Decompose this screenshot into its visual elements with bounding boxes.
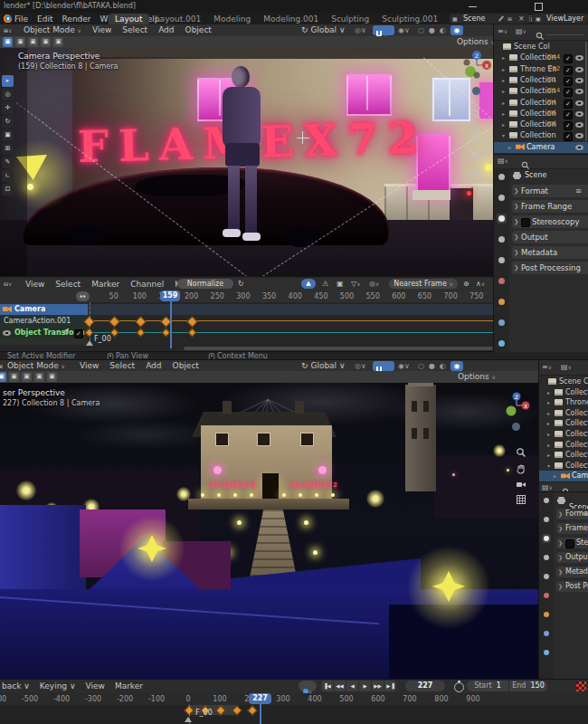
tool-select-box-icon[interactable]: ▸ [2,75,14,87]
outliner-row-collection-4[interactable]: ▸Collection 4 [539,418,588,429]
shading-rendered-icon[interactable]: ◉ [450,361,463,371]
outliner-label[interactable]: Camera [572,472,588,480]
navigation-gizmo[interactable]: ZX [503,392,530,423]
marker-label[interactable]: F_00 [195,709,213,717]
pivot-icon[interactable]: ◎∨ [355,26,366,34]
collection-checkbox[interactable]: ✓ [564,121,573,130]
play-button[interactable]: ▶ [359,681,371,691]
shading-solid-icon[interactable]: ● [429,26,435,34]
expand-range-icon[interactable]: ↔ [76,291,90,301]
section-checkbox[interactable] [521,218,530,227]
workspace-tab-sculpting[interactable]: Sculpting [325,14,375,24]
play-reverse-button[interactable]: ◀ [346,681,358,691]
outliner-label[interactable]: Camera [526,143,555,151]
select-mode-icon[interactable]: ▣ [9,372,19,382]
properties-tab-world-icon[interactable] [497,276,507,286]
expand-arrow-icon[interactable]: ▸ [502,88,505,94]
expand-arrow-icon[interactable]: ▾ [502,132,505,138]
mode-dropdown[interactable]: Object Mode ∨ [24,25,81,34]
properties1[interactable]: ▤∨ Scene ❯Format≡❯Frame Range❯Stereoscop… [493,154,588,352]
properties-tab-view-layer-icon[interactable] [542,553,551,562]
expand-arrow-icon[interactable]: ▸ [547,420,550,426]
display-mode-icon[interactable]: ≡∨ [498,27,507,35]
options-dropdown[interactable]: Options ∨ [458,372,496,381]
jump-to-end-button[interactable]: ▶▐ [384,681,396,691]
select-mode-icon[interactable]: ▣ [41,37,51,47]
expand-arrow-icon[interactable]: ▸ [547,442,550,448]
eye-icon[interactable] [575,122,583,128]
properties-section-output[interactable]: ❯Output [556,552,588,563]
workspace-tab-layout-001[interactable]: Layout.001 [149,14,208,24]
outliner-label[interactable]: Throne Emote [565,398,588,406]
properties-tab-physics-icon[interactable] [497,338,507,348]
editor-type-icon[interactable]: ⊞ [0,363,3,369]
outliner-row-collection-5[interactable]: ▸Collection 5▽4✓ [494,98,588,109]
tool-cursor-icon[interactable]: ◎ [2,89,14,100]
select-mode-icon[interactable]: ▣ [3,37,13,47]
properties-section-post-processing[interactable]: ❯Post Processing [556,581,588,592]
workspace-tab-layout[interactable]: Layout [109,14,149,24]
expand-arrow-icon[interactable]: ▸ [547,399,550,405]
outliner-label[interactable]: Collection [565,388,588,396]
eye-icon[interactable] [3,330,11,336]
channel-label[interactable]: Camera [14,305,45,313]
outliner-label[interactable]: Collection 8 [520,131,556,139]
expand-arrow-icon[interactable]: ▸ [508,144,511,150]
outliner-row-collection[interactable]: ▸Collection▽44✓ [494,52,588,63]
properties-section-metadata[interactable]: ❯Metadata [556,567,588,577]
eye-icon[interactable] [575,111,583,117]
tool-rotate-icon[interactable]: ↻ [2,116,14,128]
properties-tab-physics-icon[interactable] [542,648,551,657]
tool-move-icon[interactable]: ✛ [2,102,14,114]
tool-scale-icon[interactable]: ▣ [2,129,14,141]
section-checkbox[interactable] [565,539,574,548]
frame-view-icon[interactable]: ▣ [337,280,344,288]
expand-arrow-icon[interactable]: ▸ [502,121,505,128]
timeline-menu-back[interactable]: back ∨ [2,681,30,691]
outliner-row-collection-6[interactable]: ▸Collection 6 [539,440,588,451]
outliner-row-collection-8[interactable]: ▾Collection 8✓ [494,130,588,141]
viewport-menu-add[interactable]: Add [158,25,174,34]
maximize-button[interactable] [535,3,543,11]
horizontal-scrollbar[interactable] [184,347,493,350]
properties-section-output[interactable]: ❯Output [512,231,588,243]
workspace-tab-sculpting-001[interactable]: Sculpting.001 [375,14,444,24]
normalize-toggle[interactable]: Normalize [177,279,233,289]
proportional-icon[interactable]: ◎∨ [369,280,379,288]
properties-tab-modifiers-icon[interactable] [497,318,507,328]
select-mode-icon[interactable]: ▣ [22,372,32,382]
view-layer-selector[interactable]: ▣ ViewLayer [533,14,588,24]
workspace-tab-modeling[interactable]: Modeling [207,14,257,24]
properties-tab-output-icon[interactable] [542,534,551,543]
marker-label[interactable]: F_00 [94,335,111,343]
properties-tab-scene-icon[interactable] [542,572,551,581]
properties-section-format[interactable]: ❯Format≡ [512,185,588,197]
marker-triangle[interactable] [86,340,93,346]
snap-magnet-icon[interactable]: ∨ [373,361,394,371]
collection-checkbox[interactable]: ✓ [564,88,573,97]
viewport1-canvas[interactable]: FLAMEX72 Camera Perspective (159) Collec… [0,48,493,276]
properties-tab-output-icon[interactable] [497,214,507,224]
properties-section-stereoscopy[interactable]: ❯Stereoscopy [512,215,588,228]
add-icon[interactable]: ⊕ [463,280,469,288]
collection-checkbox[interactable]: ✓ [564,66,573,75]
timeline-menu-view[interactable]: View [86,681,105,691]
timeline-menu-marker[interactable]: Marker [115,681,143,691]
outliner-row-collection-7[interactable]: ▸Collection 7 [539,450,588,461]
current-frame-field[interactable]: 227 [405,681,445,691]
properties-section-format[interactable]: ❯Format≡ [556,509,588,519]
properties2[interactable]: Scene ❯Format≡❯Frame Range❯Stereoscopy❯O… [538,491,588,680]
mode-dropdown[interactable]: Object Mode ∨ [7,361,65,370]
channel-row[interactable]: CameraAction.001 [0,316,88,327]
tool-transform-icon[interactable]: ⊞ [2,143,14,155]
viewport-menu-add[interactable]: Add [146,361,161,370]
unlink-scene-icon[interactable]: × [518,14,525,23]
editor-type-icon[interactable]: ▤∨ [498,157,508,165]
pan-hand-icon[interactable] [470,126,481,143]
options-dropdown[interactable]: Options ∨ [457,37,495,46]
outliner-label[interactable]: Scene Collection [514,43,550,51]
orientation-dropdown[interactable]: ↻ Global ∨ [301,25,346,34]
select-mode-icon[interactable]: ▣ [47,372,57,382]
outliner-row-scene-collection[interactable]: Scene Collection [539,376,588,387]
eye-icon[interactable] [575,133,583,138]
